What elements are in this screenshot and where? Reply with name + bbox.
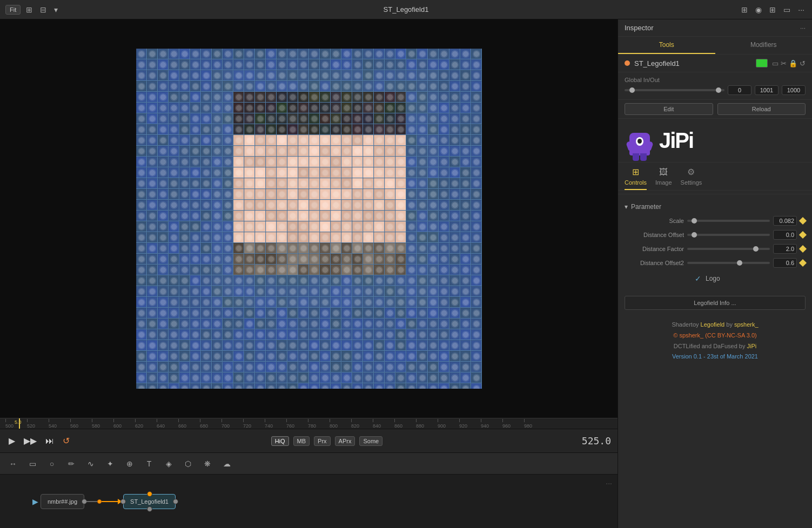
legofield-info-button[interactable]: Legofield Info ...	[625, 296, 806, 310]
inspector-tabs: Tools Modifiers	[618, 37, 812, 55]
param-slider-distance-factor[interactable]	[687, 248, 770, 250]
brush-tool[interactable]: ✦	[103, 456, 118, 471]
cube-tool[interactable]: ⬡	[180, 456, 196, 471]
node-nmbr[interactable]: nmbr##.jpg	[41, 494, 84, 509]
grid-view-icon[interactable]: ⊞	[739, 4, 750, 15]
param-thumb-scale[interactable]	[692, 218, 697, 224]
node-legofield-right[interactable]	[173, 499, 178, 504]
top-bar-left: Fit ⊞ ⊟ ▾	[5, 4, 92, 15]
ruler-mark: 860	[394, 419, 416, 429]
param-thumb-distance-offset[interactable]	[692, 232, 697, 238]
edit-button[interactable]: Edit	[625, 103, 713, 115]
param-slider-distance-offset2[interactable]	[687, 262, 770, 264]
reload-button[interactable]: Reload	[717, 103, 806, 115]
global-out-value[interactable]: 1000	[782, 85, 806, 95]
mb-button[interactable]: MB	[293, 436, 310, 446]
node-icon-3[interactable]: 🔒	[789, 59, 797, 67]
main-content: 5005205405605806006206406606807007207407…	[0, 19, 812, 528]
param-slider-scale[interactable]	[687, 220, 770, 222]
node-icon-1[interactable]: ▭	[772, 59, 779, 67]
tool-bar: ↔ ▭ ○ ✏ ∿ ✦ ⊕ T ◈ ⬡ ❋ ☁	[0, 452, 618, 474]
param-value-distance-offset2[interactable]: 0.6	[773, 258, 797, 268]
view-icon2[interactable]: ⊟	[38, 4, 49, 15]
ruler-mark: 580	[92, 419, 113, 429]
inspector-more[interactable]: ···	[800, 24, 806, 32]
hiq-button[interactable]: HiQ	[271, 436, 289, 446]
ruler-mark: 600	[113, 419, 135, 429]
global-inout-thumb[interactable]	[629, 87, 635, 93]
clone-tool[interactable]: ⊕	[122, 456, 137, 471]
param-thumb-distance-offset2[interactable]	[737, 260, 742, 266]
ruler-mark: 540	[49, 419, 70, 429]
param-chevron: ▾	[625, 203, 628, 211]
aprx-button[interactable]: APrx	[335, 436, 355, 446]
node-legofield-bottom[interactable]	[147, 506, 152, 512]
credit-version: Version 0.1 - 23st of March 2021	[625, 351, 806, 362]
node-icon-2[interactable]: ✂	[781, 59, 787, 67]
logo-checkbox-check[interactable]: ✓	[695, 274, 701, 283]
param-value-distance-factor[interactable]: 2.0	[773, 244, 797, 254]
param-keyframe-scale[interactable]	[799, 217, 807, 225]
slider-thumb-right[interactable]	[716, 87, 721, 93]
node-st-legofield[interactable]: ST_Legofield1	[123, 494, 176, 509]
node-icon-4[interactable]: ↺	[800, 59, 806, 67]
param-section: ▾ Parameter Scale 0.082 Distance Offset …	[618, 198, 812, 290]
param-section-header[interactable]: ▾ Parameter	[625, 203, 806, 211]
global-inout-slider[interactable]	[625, 89, 724, 91]
pen-tool[interactable]: ✏	[64, 456, 79, 471]
param-row-distance-offset: Distance Offset 0.0	[625, 230, 806, 240]
inspector-header: Inspector ···	[618, 19, 812, 37]
param-value-scale[interactable]: 0.082	[773, 216, 797, 226]
node-wire	[86, 499, 122, 504]
select-rect-tool[interactable]: ▭	[25, 456, 40, 471]
view-icon1[interactable]: ⊞	[24, 4, 35, 15]
timeline-ruler[interactable]: 5005205405605806006206406606807007207407…	[0, 418, 618, 429]
global-mid-value[interactable]: 1001	[755, 85, 779, 95]
credit-legofield: Legofield	[701, 321, 725, 328]
viewer-title: ST_Legofield1	[92, 5, 720, 13]
color-swatch[interactable]	[756, 59, 768, 67]
rect-icon[interactable]: ▭	[781, 4, 793, 15]
ruler-marks: 5005205405605806006206406606807007207407…	[0, 418, 546, 429]
settings-icon: ⚙	[687, 167, 695, 177]
select-circle-tool[interactable]: ○	[44, 456, 59, 471]
skip-to-end-button[interactable]: ⏭	[43, 434, 56, 448]
param-keyframe-distance-offset2[interactable]	[799, 259, 807, 267]
global-in-value[interactable]: 0	[728, 85, 751, 95]
logo-checkbox-row: ✓ Logo	[625, 272, 806, 285]
move-tool[interactable]: ↔	[5, 456, 21, 471]
some-button[interactable]: Some	[359, 436, 382, 446]
shape-3d-tool[interactable]: ◈	[161, 456, 176, 471]
tab-tools[interactable]: Tools	[618, 37, 715, 54]
edit-reload-row: Edit Reload	[618, 100, 812, 119]
param-thumb-distance-factor[interactable]	[753, 246, 759, 252]
top-bar: Fit ⊞ ⊟ ▾ ST_Legofield1 ⊞ ◉ ⊞ ▭ ···	[0, 0, 812, 19]
fit-button[interactable]: Fit	[5, 5, 21, 15]
node-legofield-left[interactable]	[120, 499, 126, 504]
sub-tab-image[interactable]: 🖼 Image	[655, 167, 672, 190]
grid-icon2[interactable]: ⊞	[767, 4, 778, 15]
param-value-distance-offset[interactable]: 0.0	[773, 230, 797, 240]
particle-tool[interactable]: ❋	[200, 456, 215, 471]
node-legofield-top[interactable]	[147, 491, 152, 497]
loop-button[interactable]: ↺	[61, 434, 72, 448]
curve-tool[interactable]: ∿	[83, 456, 98, 471]
param-keyframe-distance-offset[interactable]	[799, 231, 807, 239]
more-options[interactable]: ···	[796, 4, 807, 15]
param-slider-distance-offset[interactable]	[687, 234, 770, 236]
param-keyframe-distance-factor[interactable]	[799, 245, 807, 253]
node-editor-dots[interactable]: ···	[606, 479, 612, 488]
fx-tool[interactable]: ☁	[219, 456, 234, 471]
text-tool[interactable]: T	[142, 456, 157, 471]
fast-forward-button[interactable]: ▶▶	[22, 434, 39, 448]
node-editor-content: ▶ nmbr##.jpg	[11, 494, 607, 509]
play-button[interactable]: ▶	[6, 434, 17, 448]
view-dropdown[interactable]: ▾	[52, 4, 60, 15]
sub-tab-settings[interactable]: ⚙ Settings	[681, 167, 702, 190]
sub-tab-controls[interactable]: ⊞ Controls	[625, 167, 647, 190]
logo-checkbox-label[interactable]: Logo	[706, 275, 720, 282]
prx-button[interactable]: Prx	[314, 436, 331, 446]
tab-modifiers[interactable]: Modifiers	[715, 37, 813, 54]
node-play-arrow[interactable]: ▶	[32, 497, 38, 506]
globe-icon[interactable]: ◉	[753, 4, 764, 15]
